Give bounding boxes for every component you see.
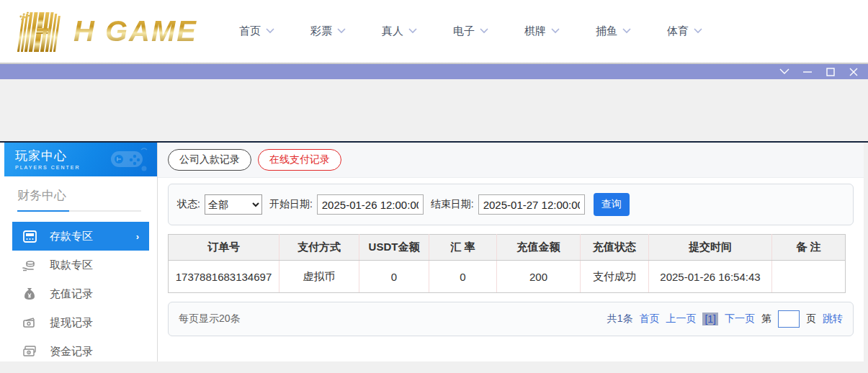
- logo-stripes-icon: [14, 10, 71, 52]
- banknote-icon: [22, 315, 37, 330]
- brand-logo: H GAME: [14, 8, 197, 54]
- window-close-icon[interactable]: [848, 66, 859, 78]
- chevron-down-icon: [694, 28, 702, 34]
- per-page-label: 每页显示20条: [179, 313, 241, 325]
- main-pane: 状态: 全部 开始日期: 结束日期: 查询 订单号: [158, 178, 864, 336]
- cell-exchange-rate: 0: [429, 261, 497, 293]
- main-nav: 首页 彩票 真人 电子 棋牌 捕鱼 体育: [239, 24, 702, 38]
- content-panel: 公司入款记录 在线支付记录 状态: 全部 开始日期: 结束日期: 查询: [158, 143, 868, 361]
- filter-bar: 状态: 全部 开始日期: 结束日期: 查询: [168, 184, 854, 225]
- next-page-link[interactable]: 下一页: [725, 313, 755, 325]
- col-remark: 备 注: [772, 235, 846, 261]
- cell-remark: [772, 261, 846, 293]
- start-date-input[interactable]: [317, 194, 424, 215]
- sidebar-header: 玩家中心 PLAYERS CENTER: [4, 143, 157, 176]
- deposit-terminal-icon: [22, 229, 37, 243]
- nav-label: 首页: [239, 24, 261, 38]
- current-page-badge: [1]: [702, 313, 718, 325]
- records-table: 订单号 支付方式 USDT金额 汇 率 充值金额 充值状态 提交时间 备 注 1…: [168, 234, 846, 293]
- cell-recharge-status: 支付成功: [581, 261, 649, 293]
- col-order-id: 订单号: [169, 235, 279, 261]
- col-usdt-amount: USDT金额: [359, 235, 429, 261]
- pager-controls: 共1条 首页 上一页 [1] 下一页 第 页 跳转: [607, 310, 843, 328]
- col-recharge-amount: 充值金额: [497, 235, 581, 261]
- col-recharge-status: 充值状态: [581, 235, 649, 261]
- chevron-right-icon: ›: [136, 231, 139, 242]
- sidebar-item-label: 提现记录: [50, 316, 93, 330]
- cell-submit-time: 2025-01-26 16:54:43: [649, 261, 772, 293]
- end-date-input[interactable]: [478, 194, 585, 215]
- gamepad-icon: [108, 147, 150, 173]
- chevron-down-icon: [622, 28, 631, 34]
- hand-coins-icon: [22, 258, 37, 272]
- sidebar-item-deposit-zone[interactable]: 存款专区 ›: [12, 222, 149, 251]
- nav-item-lottery[interactable]: 彩票: [310, 24, 346, 38]
- app-body: 玩家中心 PLAYERS CENTER 财务中心 存款专区 ›: [0, 143, 868, 361]
- chevron-down-icon: [551, 28, 560, 34]
- sidebar-item-recharge-records[interactable]: 充值记录: [0, 279, 157, 308]
- col-pay-method: 支付方式: [279, 235, 359, 261]
- sidebar-item-label: 充值记录: [50, 287, 93, 301]
- table-header-row: 订单号 支付方式 USDT金额 汇 率 充值金额 充值状态 提交时间 备 注: [169, 235, 846, 261]
- tab-online-payment-records[interactable]: 在线支付记录: [258, 149, 341, 171]
- nav-item-live[interactable]: 真人: [382, 24, 417, 38]
- chevron-down-icon: [266, 28, 274, 34]
- nav-label: 体育: [667, 24, 689, 38]
- col-exchange-rate: 汇 率: [429, 235, 497, 261]
- cell-usdt-amount: 0: [359, 261, 429, 293]
- nav-label: 彩票: [310, 24, 332, 38]
- jump-page-input[interactable]: [778, 310, 800, 328]
- site-header: H GAME 首页 彩票 真人 电子 棋牌 捕鱼 体育: [0, 0, 868, 62]
- nav-item-fishing[interactable]: 捕鱼: [596, 24, 631, 38]
- end-date-label: 结束日期:: [431, 198, 474, 211]
- money-bag-icon: [22, 287, 37, 301]
- jump-prefix-label: 第: [761, 313, 771, 325]
- prev-page-link[interactable]: 上一页: [666, 313, 696, 325]
- cash-stack-icon: [22, 344, 37, 359]
- nav-label: 捕鱼: [596, 24, 617, 38]
- page-background-gap: [0, 79, 868, 141]
- sidebar-section-title: 财务中心: [17, 187, 157, 204]
- nav-item-cards[interactable]: 棋牌: [524, 24, 560, 38]
- sidebar-item-label: 资金记录: [50, 345, 93, 359]
- status-select[interactable]: 全部: [205, 194, 262, 215]
- jump-go-link[interactable]: 跳转: [823, 313, 843, 325]
- cell-order-id: 1737881683134697: [169, 261, 279, 293]
- logo-text: H GAME: [73, 15, 197, 48]
- sidebar: 玩家中心 PLAYERS CENTER 财务中心 存款专区 ›: [0, 143, 158, 361]
- nav-item-slots[interactable]: 电子: [453, 24, 488, 38]
- nav-label: 棋牌: [524, 24, 546, 38]
- status-label: 状态:: [177, 198, 200, 211]
- total-count-label: 共1条: [607, 313, 633, 325]
- cell-recharge-amount: 200: [497, 261, 581, 293]
- nav-label: 电子: [453, 24, 475, 38]
- first-page-link[interactable]: 首页: [639, 313, 659, 325]
- record-tabs: 公司入款记录 在线支付记录: [158, 143, 864, 178]
- sidebar-item-funds-records[interactable]: 资金记录: [0, 337, 157, 366]
- table-row: 1737881683134697 虚拟币 0 0 200 支付成功 2025-0…: [169, 261, 846, 293]
- pagination-bar: 每页显示20条 共1条 首页 上一页 [1] 下一页 第 页 跳转: [168, 302, 854, 336]
- cell-pay-method: 虚拟币: [279, 261, 359, 293]
- col-submit-time: 提交时间: [649, 235, 772, 261]
- sidebar-item-withdraw-zone[interactable]: 取款专区: [0, 251, 157, 279]
- tab-company-deposit-records[interactable]: 公司入款记录: [168, 149, 251, 171]
- nav-item-sports[interactable]: 体育: [667, 24, 702, 38]
- window-titlebar: [0, 64, 868, 79]
- sidebar-item-withdrawal-records[interactable]: 提现记录: [0, 308, 157, 337]
- window-maximize-icon[interactable]: [825, 66, 836, 78]
- sidebar-item-label: 取款专区: [50, 259, 93, 272]
- sidebar-menu: 存款专区 › 取款专区 充值记录 提现记录: [0, 222, 157, 366]
- start-date-label: 开始日期:: [269, 198, 313, 211]
- chevron-down-icon: [337, 28, 346, 34]
- chevron-down-icon: [480, 28, 488, 34]
- sidebar-item-label: 存款专区: [50, 230, 93, 243]
- chevron-down-icon: [408, 28, 417, 34]
- sidebar-section-rule: [17, 210, 141, 212]
- search-button[interactable]: 查询: [594, 193, 630, 216]
- window-chevron-down-icon[interactable]: [779, 66, 790, 78]
- nav-label: 真人: [382, 24, 403, 38]
- nav-item-home[interactable]: 首页: [239, 24, 274, 38]
- window-minimize-icon[interactable]: [802, 66, 813, 78]
- jump-suffix-label: 页: [806, 313, 816, 325]
